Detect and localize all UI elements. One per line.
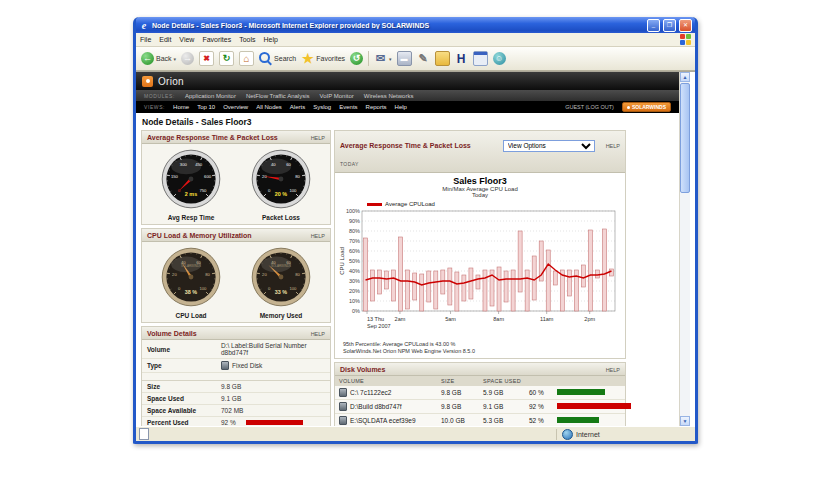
toolbar: Back▾SearchFavorites▾ [136,47,695,71]
modules-bar: MODULES: Application MonitorNetFlow Traf… [136,90,679,101]
stop-button[interactable] [199,51,214,66]
svg-text:750: 750 [199,188,207,193]
detail-text: Fixed Disk [232,362,262,369]
memory-used-gauge: 020406080100SOLARWINDS33 % [251,247,311,307]
print-button[interactable] [397,51,412,66]
svg-text:CPU Load: CPU Load [339,247,345,275]
orion-brand: Orion [158,76,184,87]
svg-text:11am: 11am [540,316,554,322]
stop-icon [199,51,214,66]
column-header-space-used: SPACE USED [483,378,529,384]
window-icon [473,51,488,66]
h-logo-button[interactable] [455,52,468,65]
size-cell: 10.0 GB [441,417,483,424]
views-label: VIEWS: [144,104,165,110]
help-link[interactable]: HELP [311,233,325,239]
search-button[interactable]: Search [259,52,296,65]
refresh-button[interactable] [219,51,234,66]
svg-text:50%: 50% [349,258,360,264]
menu-favorites[interactable]: Favorites [202,36,231,43]
history-icon [350,52,363,65]
title-bar[interactable]: e Node Details - Sales Floor3 - Microsof… [136,17,695,33]
view-link-help[interactable]: Help [395,104,407,110]
volume-detail-row: Space Available702 MB [142,405,330,417]
mail-icon [374,52,387,65]
view-link-overview[interactable]: Overview [223,104,248,110]
scroll-thumb[interactable] [680,83,690,193]
browser-window: e Node Details - Sales Floor3 - Microsof… [133,17,698,444]
zone-label: Internet [576,431,600,438]
scroll-up-button[interactable]: ▲ [680,72,690,82]
svg-text:20 %: 20 % [275,191,287,197]
usage-bar [557,389,605,395]
detail-label: Percent Used [147,419,221,426]
menu-tools[interactable]: Tools [239,36,255,43]
module-link-application-monitor[interactable]: Application Monitor [185,93,236,99]
detail-value: 9.1 GB [221,395,241,402]
view-link-home[interactable]: Home [173,104,189,110]
help-link[interactable]: HELP [606,143,620,149]
forward-button[interactable] [181,52,194,65]
detail-value: 92 % [221,419,236,426]
back-button[interactable]: Back▾ [141,52,176,65]
svg-text:100%: 100% [346,208,360,214]
help-link[interactable]: HELP [311,331,325,337]
menu-help[interactable]: Help [264,36,278,43]
detail-value: 702 MB [221,407,243,414]
favorites-button[interactable]: Favorites [301,52,345,65]
view-link-all-nodes[interactable]: All Nodes [256,104,282,110]
module-link-voip-monitor[interactable]: VoIP Monitor [320,93,354,99]
menu-edit[interactable]: Edit [159,36,171,43]
guest-logout-link[interactable]: GUEST (LOG OUT) [565,104,614,110]
vertical-scrollbar[interactable]: ▲ ▼ [679,72,690,426]
percent-bar [246,420,303,425]
svg-text:0%: 0% [352,308,360,314]
view-link-events[interactable]: Events [339,104,357,110]
search-icon [259,52,272,65]
toolbar-label: Search [274,55,296,62]
disk-volume-row: D:\Build d8bd747f9.8 GB9.1 GB92 % [335,400,625,414]
help-link[interactable]: HELP [606,367,620,373]
solarwinds-badge[interactable]: SOLARWINDS [622,102,671,112]
disk-icon [339,416,347,425]
menu-view[interactable]: View [179,36,194,43]
panel-title: Volume Details [147,330,305,337]
panel-title: Average Response Time & Packet Loss [147,134,305,141]
view-options-select[interactable]: View Options [503,140,595,152]
scroll-down-button[interactable]: ▼ [680,416,690,426]
view-link-reports[interactable]: Reports [366,104,387,110]
print-icon [397,51,412,66]
module-link-netflow-traffic-analysis[interactable]: NetFlow Traffic Analysis [246,93,310,99]
disk-column-headers: VOLUMESIZESPACE USED [335,376,625,386]
svg-text:2am: 2am [395,316,406,322]
help-link[interactable]: HELP [311,135,325,141]
messenger-button[interactable] [493,52,506,65]
minimize-button[interactable]: _ [647,19,660,32]
chart-title: Sales Floor3 [337,176,623,186]
memory-used-gauge-box: 020406080100SOLARWINDS33 %Memory Used [251,247,311,319]
view-link-syslog[interactable]: Syslog [313,104,331,110]
svg-text:20: 20 [262,272,267,277]
svg-text:80: 80 [295,272,300,277]
view-link-alerts[interactable]: Alerts [290,104,305,110]
close-button[interactable]: ✕ [679,19,692,32]
window-button[interactable] [473,51,488,66]
history-button[interactable] [350,52,363,65]
svg-text:20%: 20% [349,288,360,294]
svg-text:100: 100 [199,286,207,291]
chart-footnote-engine: SolarWinds.Net Orion NPM Web Engine Vers… [343,347,623,355]
folder-button[interactable] [435,51,450,66]
edit-button[interactable] [417,52,430,65]
dropdown-caret-icon: ▾ [389,56,392,62]
menu-file[interactable]: File [140,36,151,43]
avg-resp-time-gauge: 01503004506007502 ms [161,149,221,209]
restore-button[interactable]: ❐ [663,19,676,32]
module-link-wireless-networks[interactable]: Wireless Networks [364,93,414,99]
view-link-top-10[interactable]: Top 10 [197,104,215,110]
svg-text:80: 80 [295,174,300,179]
svg-text:600: 600 [204,174,212,179]
home-button[interactable] [239,51,254,66]
mail-button[interactable]: ▾ [374,52,392,65]
menu-bar: FileEditViewFavoritesToolsHelp [136,33,695,47]
svg-text:100: 100 [289,188,297,193]
